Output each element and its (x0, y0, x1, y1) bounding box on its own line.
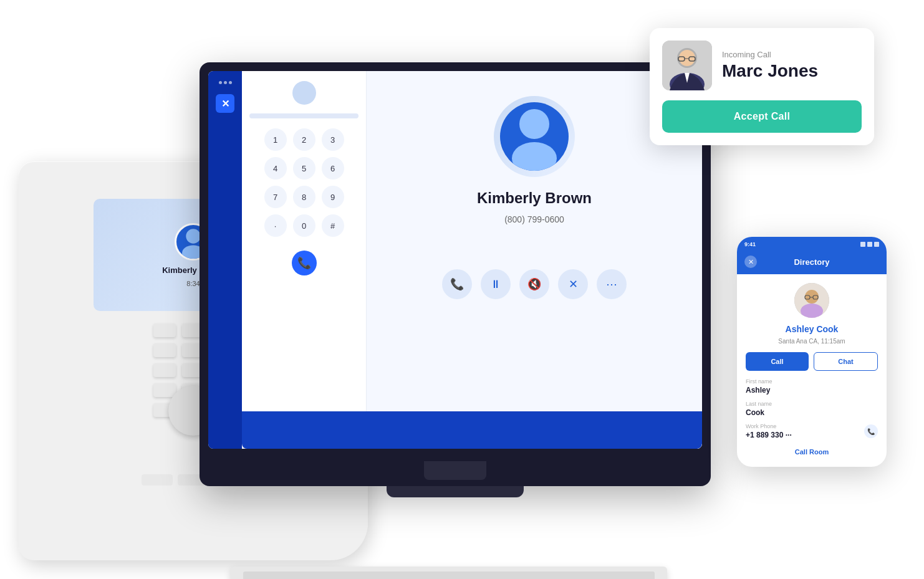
signal-icon (860, 242, 865, 247)
caller-info: Incoming Call Marc Jones (722, 50, 818, 81)
call-action-end[interactable]: ✕ (558, 269, 588, 299)
laptop-keyboard (231, 567, 667, 579)
mobile-header: ✕ Directory (737, 252, 887, 274)
mobile-directory-title: Directory (794, 257, 829, 267)
call-action-more[interactable]: ⋯ (597, 269, 627, 299)
call-room-button[interactable]: Call Room (746, 446, 878, 458)
keypad-key-5[interactable]: 5 (293, 157, 315, 179)
mobile-close-button[interactable]: ✕ (744, 256, 757, 268)
phone-screen-time: 8:34 (186, 280, 200, 287)
sidebar-dot (219, 81, 222, 84)
mobile-call-button[interactable]: Call (746, 352, 809, 371)
mobile-work-phone-row: Work Phone +1 889 330 ··· 📞 (746, 423, 878, 439)
dial-call-button[interactable]: 📞 (292, 251, 317, 275)
caller-name: Marc Jones (722, 62, 818, 81)
last-name-label: Last name (746, 401, 878, 407)
call-action-mute[interactable]: 🔇 (519, 269, 549, 299)
mobile-chat-button[interactable]: Chat (814, 352, 878, 371)
keypad-key-1[interactable]: 1 (264, 128, 287, 151)
svg-point-2 (519, 109, 549, 139)
dial-avatar (292, 81, 316, 105)
mobile-content: Ashley Cook Santa Ana CA, 11:15am Call C… (737, 274, 887, 467)
sidebar-dots (219, 81, 232, 84)
keypad-key-hash[interactable]: # (322, 214, 344, 237)
mobile-status-time: 9:41 (744, 241, 756, 247)
phone-action-key (142, 474, 173, 486)
incoming-label: Incoming Call (722, 50, 818, 59)
mobile-first-name-field: First name Ashley (746, 378, 878, 395)
phone-key (153, 383, 176, 397)
caller-row: Incoming Call Marc Jones (662, 41, 862, 90)
keypad-grid: 1 2 3 4 5 6 7 8 9 · 0 # (264, 128, 344, 237)
keypad-key-6[interactable]: 6 (322, 157, 344, 179)
mobile-contact-avatar (794, 283, 829, 318)
monitor-base (387, 486, 524, 497)
svg-point-16 (801, 304, 823, 318)
contact-phone: (800) 799-0600 (504, 214, 564, 224)
mobile-directory-card: 9:41 ✕ Directory (737, 237, 887, 467)
scene: Kimberly Brown 8:34 (0, 0, 924, 579)
mobile-status-icons (860, 242, 879, 247)
mobile-status-bar: 9:41 (737, 237, 887, 252)
work-phone-value: +1 889 330 ··· (746, 431, 792, 439)
call-phone-icon[interactable]: 📞 (864, 424, 878, 438)
last-name-value: Cook (746, 408, 878, 417)
desktop-monitor: ✕ 1 2 3 4 5 6 (200, 62, 711, 486)
sidebar-dot (229, 81, 232, 84)
keypad-key-0[interactable]: 0 (293, 214, 315, 237)
first-name-value: Ashley (746, 386, 878, 395)
app-logo: ✕ (216, 94, 234, 113)
phone-key (153, 323, 176, 337)
app-main: 1 2 3 4 5 6 7 8 9 · 0 # (242, 71, 702, 449)
svg-point-7 (679, 50, 695, 66)
mobile-last-name-field: Last name Cook (746, 401, 878, 417)
incoming-call-card: Incoming Call Marc Jones Accept Call (650, 28, 874, 145)
keypad-key-9[interactable]: 9 (322, 186, 344, 208)
phone-key (153, 343, 176, 357)
wifi-icon (867, 242, 872, 247)
work-phone-label: Work Phone (746, 423, 792, 429)
keyboard-inner (243, 572, 655, 579)
svg-point-3 (512, 142, 557, 171)
keypad-key-4[interactable]: 4 (264, 157, 287, 179)
monitor-frame: ✕ 1 2 3 4 5 6 (200, 62, 711, 486)
phone-key (153, 363, 176, 377)
keypad-key-8[interactable]: 8 (293, 186, 315, 208)
svg-point-0 (186, 229, 200, 243)
first-name-label: First name (746, 378, 878, 385)
contact-avatar-ring (494, 96, 575, 177)
dial-panel: 1 2 3 4 5 6 7 8 9 · 0 # (242, 71, 367, 449)
keypad-key-3[interactable]: 3 (322, 128, 344, 151)
keypad-key-7[interactable]: 7 (264, 186, 287, 208)
work-phone-group: Work Phone +1 889 330 ··· (746, 423, 792, 439)
accept-call-button[interactable]: Accept Call (662, 100, 862, 133)
call-action-phone[interactable]: 📞 (442, 269, 472, 299)
call-action-hold[interactable]: ⏸ (481, 269, 511, 299)
caller-avatar (662, 41, 712, 90)
svg-point-12 (805, 290, 819, 304)
battery-icon (874, 242, 879, 247)
sidebar-dot (224, 81, 227, 84)
contact-name: Kimberly Brown (477, 189, 592, 207)
keypad-key-2[interactable]: 2 (293, 128, 315, 151)
mobile-action-row: Call Chat (746, 352, 878, 371)
monitor-stand (424, 461, 486, 480)
keypad-key-dot[interactable]: · (264, 214, 287, 237)
app-sidebar: ✕ (208, 71, 242, 449)
bottom-bar (242, 411, 702, 449)
contact-avatar (500, 102, 569, 171)
mobile-contact-location: Santa Ana CA, 11:15am (778, 338, 845, 345)
monitor-screen: ✕ 1 2 3 4 5 6 (208, 71, 702, 449)
mobile-contact-name: Ashley Cook (786, 324, 839, 334)
dial-input-bar (249, 113, 359, 118)
call-actions: 📞 ⏸ 🔇 ✕ ⋯ (442, 269, 627, 299)
